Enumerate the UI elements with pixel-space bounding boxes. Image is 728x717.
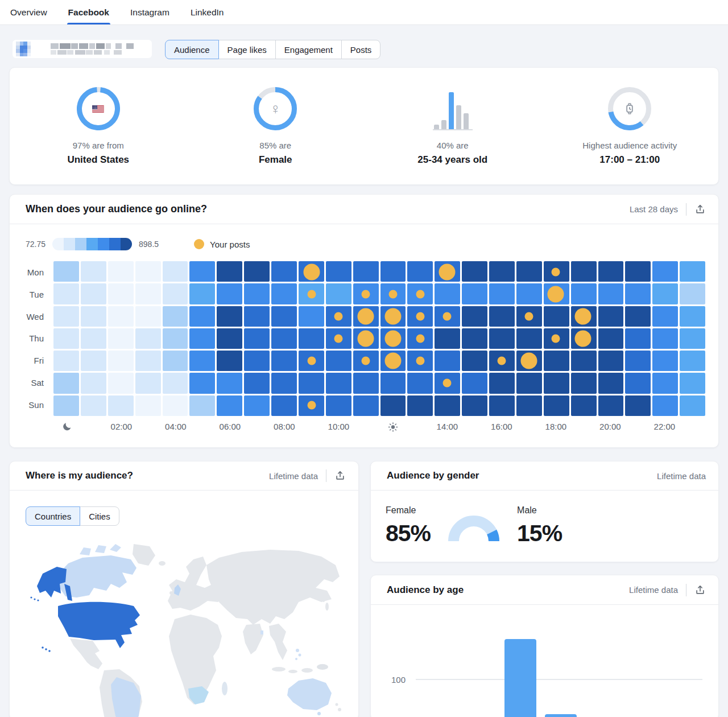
heatmap-cell[interactable]: [135, 306, 161, 327]
post-dot[interactable]: [497, 356, 506, 365]
heatmap-cell[interactable]: [81, 373, 106, 393]
map-country-madagascar[interactable]: [222, 682, 228, 695]
map-country-india[interactable]: [243, 624, 263, 654]
heatmap-cell[interactable]: [652, 373, 678, 393]
heatmap-cell[interactable]: [598, 351, 624, 371]
heatmap-cell[interactable]: [53, 283, 79, 304]
heatmap-cell[interactable]: [489, 395, 515, 416]
heatmap-cell[interactable]: [189, 306, 215, 327]
heatmap-cell[interactable]: [544, 373, 569, 393]
heatmap-cell[interactable]: [163, 395, 188, 416]
heatmap-cell[interactable]: [217, 306, 242, 327]
post-dot[interactable]: [524, 312, 533, 321]
heatmap-cell[interactable]: [135, 283, 161, 304]
post-dot[interactable]: [358, 331, 374, 347]
heatmap-cell[interactable]: [53, 373, 79, 393]
map-country-iceland[interactable]: [159, 561, 166, 566]
map-aleutian-island[interactable]: [30, 596, 32, 598]
heatmap-cell[interactable]: [81, 395, 106, 416]
map-southeast-asia[interactable]: [269, 624, 287, 660]
heatmap-cell[interactable]: [81, 283, 106, 304]
heatmap-cell[interactable]: [53, 395, 79, 416]
heatmap-cell[interactable]: [189, 328, 215, 349]
map-new-zealand[interactable]: [338, 708, 341, 711]
post-dot[interactable]: [520, 352, 537, 369]
post-dot[interactable]: [416, 356, 424, 365]
view-page-likes-button[interactable]: Page likes: [218, 40, 276, 59]
post-dot[interactable]: [388, 290, 397, 299]
map-country-bangladesh[interactable]: [260, 631, 263, 634]
heatmap-cell[interactable]: [244, 395, 270, 416]
heatmap-cell[interactable]: [598, 261, 624, 282]
heatmap-cell[interactable]: [244, 373, 270, 393]
map-hawaii-island[interactable]: [45, 648, 47, 650]
view-engagement-button[interactable]: Engagement: [275, 40, 342, 59]
map-country-united-states[interactable]: [58, 602, 140, 648]
heatmap-cell[interactable]: [462, 328, 487, 349]
map-country-brazil[interactable]: [111, 677, 141, 717]
post-dot[interactable]: [384, 308, 401, 325]
view-posts-button[interactable]: Posts: [341, 40, 381, 59]
heatmap-cell[interactable]: [625, 306, 651, 327]
heatmap-cell[interactable]: [625, 395, 651, 416]
view-audience-button[interactable]: Audience: [165, 40, 219, 59]
map-tasmania[interactable]: [317, 712, 321, 715]
post-dot[interactable]: [443, 312, 452, 321]
heatmap-cell[interactable]: [163, 373, 188, 393]
heatmap-cell[interactable]: [163, 328, 188, 349]
heatmap-cell[interactable]: [489, 373, 515, 393]
heatmap-cell[interactable]: [299, 373, 324, 393]
heatmap-cell[interactable]: [516, 283, 542, 304]
heatmap-cell[interactable]: [244, 351, 270, 371]
heatmap-cell[interactable]: [407, 395, 433, 416]
heatmap-cell[interactable]: [271, 373, 297, 393]
heatmap-cell[interactable]: [53, 306, 79, 327]
heatmap-cell[interactable]: [544, 351, 569, 371]
heatmap-cell[interactable]: [516, 373, 542, 393]
heatmap-cell[interactable]: [53, 351, 79, 371]
map-arctic-islands[interactable]: [80, 544, 121, 555]
heatmap-cell[interactable]: [435, 283, 460, 304]
map-country-indonesia[interactable]: [301, 668, 313, 673]
heatmap-cell[interactable]: [244, 306, 270, 327]
age-bar[interactable]: [545, 714, 577, 717]
tab-instagram[interactable]: Instagram: [130, 0, 169, 24]
heatmap-cell[interactable]: [135, 351, 161, 371]
post-dot[interactable]: [303, 264, 320, 281]
heatmap-cell[interactable]: [652, 351, 678, 371]
heatmap-cell[interactable]: [353, 373, 379, 393]
heatmap-cell[interactable]: [489, 261, 515, 282]
heatmap-cell[interactable]: [135, 395, 161, 416]
heatmap-cell[interactable]: [680, 328, 705, 349]
map-country-australia[interactable]: [287, 678, 332, 710]
map-new-guinea[interactable]: [317, 664, 328, 670]
map-hawaii-island[interactable]: [42, 646, 44, 649]
post-dot[interactable]: [575, 331, 592, 347]
heatmap-cell[interactable]: [571, 351, 597, 371]
heatmap-cell[interactable]: [407, 373, 433, 393]
heatmap-cell[interactable]: [326, 373, 351, 393]
heatmap-cell[interactable]: [189, 373, 215, 393]
heatmap-cell[interactable]: [299, 328, 324, 349]
heatmap-cell[interactable]: [462, 351, 487, 371]
post-dot[interactable]: [307, 401, 316, 409]
heatmap-cell[interactable]: [680, 351, 705, 371]
post-dot[interactable]: [362, 290, 370, 299]
heatmap-cell[interactable]: [435, 351, 460, 371]
post-dot[interactable]: [443, 378, 452, 387]
heatmap-cell[interactable]: [217, 373, 242, 393]
tab-linkedin[interactable]: LinkedIn: [191, 0, 224, 24]
heatmap-cell[interactable]: [516, 261, 542, 282]
heatmap-cell[interactable]: [189, 261, 215, 282]
heatmap-cell[interactable]: [489, 306, 515, 327]
map-state-alaska[interactable]: [37, 567, 67, 598]
heatmap-cell[interactable]: [652, 395, 678, 416]
post-dot[interactable]: [358, 308, 374, 325]
post-dot[interactable]: [307, 356, 316, 365]
heatmap-cell[interactable]: [598, 306, 624, 327]
heatmap-cell[interactable]: [407, 261, 433, 282]
heatmap-cell[interactable]: [135, 373, 161, 393]
heatmap-cell[interactable]: [108, 283, 134, 304]
age-bar[interactable]: [504, 639, 536, 717]
countries-toggle-button[interactable]: Countries: [26, 506, 80, 526]
